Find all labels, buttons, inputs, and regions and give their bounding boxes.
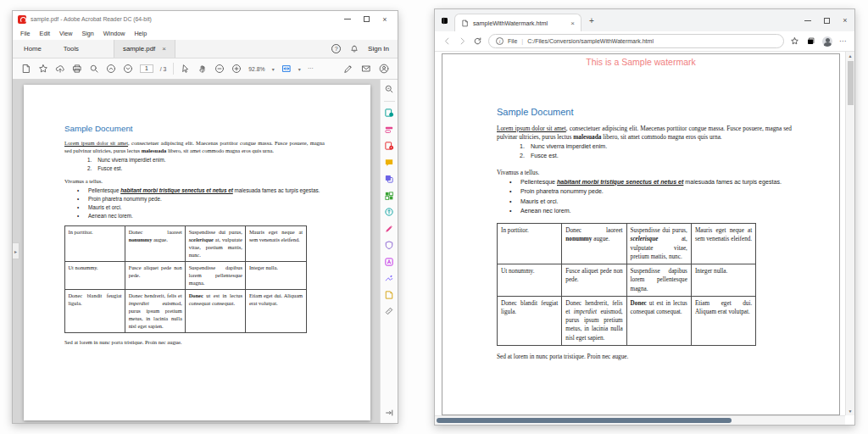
zoom-dropdown-icon[interactable]: ▾ bbox=[272, 66, 275, 72]
table-cell: In porttitor. bbox=[65, 226, 125, 262]
menu-window[interactable]: Window bbox=[103, 30, 125, 37]
favorites-star-icon[interactable] bbox=[790, 36, 799, 46]
edge-browser-window: sampleWithWatermark.html × + × i File | … bbox=[434, 8, 855, 426]
table-cell: Mauris eget neque at sem venenatis eleif… bbox=[691, 224, 755, 264]
certificates-icon[interactable] bbox=[384, 273, 394, 283]
maximize-button[interactable] bbox=[357, 11, 376, 27]
table-cell: Donec laoreet nonummy augue. bbox=[125, 226, 186, 262]
collections-icon[interactable] bbox=[806, 36, 815, 46]
menu-file[interactable]: File bbox=[20, 30, 31, 37]
create-pdf-icon[interactable] bbox=[384, 125, 394, 135]
close-tab-icon[interactable]: × bbox=[162, 45, 166, 53]
back-icon[interactable] bbox=[442, 36, 452, 46]
table-cell: Suspendisse dapibus lorem pellentesque m… bbox=[186, 262, 246, 290]
previous-page-icon[interactable] bbox=[106, 64, 116, 74]
search-tools-icon[interactable] bbox=[384, 84, 394, 94]
print-icon[interactable] bbox=[72, 64, 82, 74]
horizontal-scrollbar[interactable] bbox=[435, 415, 845, 425]
forward-icon[interactable] bbox=[458, 36, 467, 46]
scrollbar-thumb[interactable] bbox=[437, 418, 732, 423]
document-heading: Sample Document bbox=[497, 107, 792, 117]
page-info-icon[interactable]: i bbox=[496, 37, 504, 45]
sign-in-button[interactable]: Sign In bbox=[368, 45, 389, 53]
table-cell: Etiam eget dui. Aliquam erat volutpat. bbox=[691, 296, 755, 345]
table-cell: Fusce aliquet pede non pede. bbox=[125, 262, 186, 290]
account-profile-icon[interactable] bbox=[379, 64, 389, 74]
zoom-out-icon[interactable] bbox=[214, 64, 225, 74]
acrobat-titlebar: sample.pdf - Adobe Acrobat Reader DC (64… bbox=[13, 11, 398, 27]
page-number-input[interactable]: 1 bbox=[140, 64, 153, 74]
table-cell: Suspendisse dapibus lorem pellentesque m… bbox=[626, 264, 691, 297]
table-cell: Mauris eget neque at sem venenatis eleif… bbox=[246, 226, 306, 262]
comment-icon[interactable] bbox=[384, 158, 394, 168]
zoom-in-icon[interactable] bbox=[231, 64, 242, 74]
pdf-viewport: Sample Document Lorem ipsum dolor sit am… bbox=[13, 80, 380, 423]
save-file-icon[interactable] bbox=[21, 64, 31, 74]
fit-dropdown-icon[interactable]: ▾ bbox=[298, 66, 301, 72]
menu-sign[interactable]: Sign bbox=[81, 30, 93, 37]
settings-more-icon[interactable]: ⋯ bbox=[839, 37, 847, 45]
toolbar-more-icon[interactable]: ⋯ bbox=[308, 65, 314, 72]
document-body: Sample Document Lorem ipsum dolor sit am… bbox=[497, 107, 792, 361]
select-cursor-icon[interactable] bbox=[181, 64, 191, 74]
measure-icon[interactable] bbox=[384, 306, 394, 316]
notification-bell-icon[interactable] bbox=[349, 44, 359, 54]
fit-width-icon[interactable] bbox=[281, 64, 292, 74]
stamp-icon[interactable] bbox=[384, 290, 394, 300]
close-button[interactable]: × bbox=[376, 11, 394, 27]
zoom-level-value[interactable]: 92.8% bbox=[248, 66, 264, 72]
search-icon[interactable] bbox=[89, 64, 99, 74]
scan-ocr-icon[interactable] bbox=[384, 257, 394, 267]
export-pdf-icon[interactable] bbox=[384, 108, 394, 118]
table-cell: Ut nonummy. bbox=[65, 262, 125, 290]
combine-files-icon[interactable] bbox=[384, 174, 394, 184]
browser-tab[interactable]: sampleWithWatermark.html × bbox=[454, 14, 581, 31]
scroll-up-icon[interactable]: ▲ bbox=[846, 53, 854, 58]
menu-help[interactable]: Help bbox=[134, 30, 147, 37]
tab-actions-icon[interactable] bbox=[440, 16, 449, 25]
acrobat-logo-icon bbox=[18, 15, 26, 24]
html-page: This is a Sample watermark Sample Docume… bbox=[442, 53, 840, 415]
navigation-pane-expander[interactable]: ▸ bbox=[13, 242, 19, 259]
sign-pen-icon[interactable] bbox=[343, 64, 353, 74]
fill-sign-icon[interactable] bbox=[384, 224, 394, 234]
hand-tool-icon[interactable] bbox=[198, 64, 208, 74]
minimize-button[interactable] bbox=[338, 11, 357, 27]
bullet-marker: • bbox=[77, 212, 79, 220]
minimize-button[interactable] bbox=[798, 9, 817, 31]
star-icon[interactable] bbox=[38, 64, 48, 74]
edit-pdf-icon[interactable] bbox=[384, 141, 394, 151]
tab-tools[interactable]: Tools bbox=[53, 40, 90, 58]
table-cell: Donec blandit feugiat ligula. bbox=[498, 296, 562, 345]
scroll-down-icon[interactable]: ▼ bbox=[846, 409, 854, 414]
email-envelope-icon[interactable] bbox=[361, 64, 371, 74]
next-page-icon[interactable] bbox=[123, 64, 133, 74]
browser-viewport: This is a Sample watermark Sample Docume… bbox=[435, 52, 854, 425]
page-favicon bbox=[461, 19, 469, 27]
organize-pages-icon[interactable] bbox=[384, 191, 394, 201]
close-button[interactable]: × bbox=[836, 9, 854, 31]
window-title: sample.pdf - Adobe Acrobat Reader DC (64… bbox=[31, 16, 152, 22]
address-bar[interactable]: i File | C:/Files/Conversion/sampleWithW… bbox=[488, 34, 784, 48]
tab-document[interactable]: sample.pdf × bbox=[114, 40, 175, 58]
vertical-scrollbar[interactable]: ▲ ▼ bbox=[845, 52, 854, 415]
bullet-marker: • bbox=[509, 178, 511, 187]
scrollbar-thumb[interactable] bbox=[848, 61, 854, 105]
profile-avatar[interactable] bbox=[822, 36, 832, 47]
expand-tools-panel-icon[interactable] bbox=[384, 408, 394, 418]
list-item: •Pellentesque habitant morbi tristique s… bbox=[509, 178, 792, 187]
share-cloud-icon[interactable] bbox=[55, 64, 65, 74]
new-tab-button[interactable]: + bbox=[581, 16, 602, 25]
list-item: 2.Fusce est. bbox=[87, 164, 325, 173]
help-icon[interactable]: ? bbox=[331, 44, 341, 53]
tab-home[interactable]: Home bbox=[13, 40, 53, 58]
close-tab-icon[interactable]: × bbox=[570, 19, 575, 27]
menu-view[interactable]: View bbox=[59, 30, 72, 37]
list-item: •Pellentesque habitant morbi tristique s… bbox=[77, 186, 325, 195]
table-cell: Fusce aliquet pede non pede. bbox=[562, 264, 626, 297]
maximize-button[interactable] bbox=[817, 9, 836, 31]
compress-pdf-icon[interactable] bbox=[384, 207, 394, 217]
protect-pdf-icon[interactable] bbox=[384, 240, 394, 250]
menu-edit[interactable]: Edit bbox=[40, 30, 50, 37]
refresh-icon[interactable] bbox=[473, 36, 482, 46]
